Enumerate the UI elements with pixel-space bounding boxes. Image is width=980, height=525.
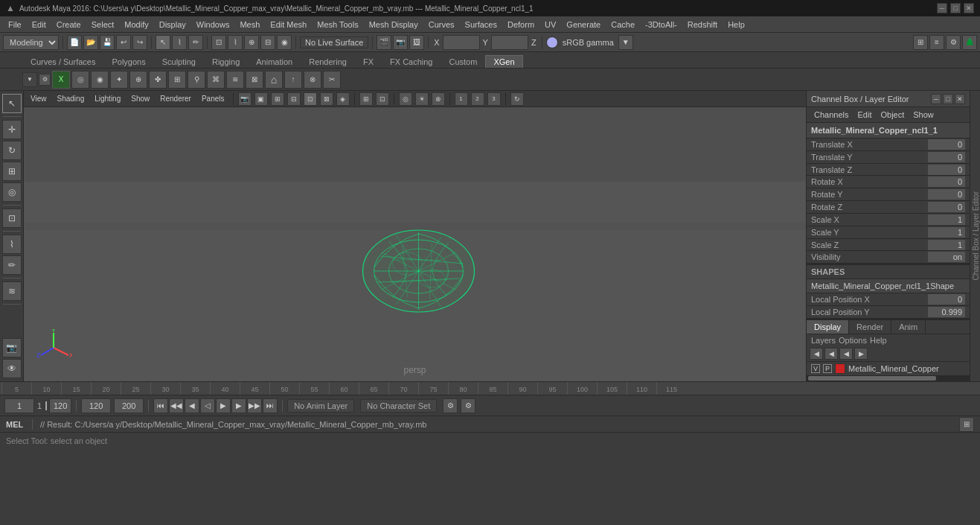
menu-uv[interactable]: UV	[539, 19, 561, 31]
shelf-icon-9[interactable]: ⌘	[207, 71, 225, 89]
workspace-select[interactable]: Modeling	[3, 35, 59, 50]
shelf-icon-7[interactable]: ⊞	[168, 71, 186, 89]
vp-xray[interactable]: ◈	[336, 92, 350, 106]
menu-surfaces[interactable]: Surfaces	[460, 19, 502, 31]
shelf-icon-2[interactable]: ◎	[71, 71, 89, 89]
minimize-button[interactable]: ─	[937, 3, 947, 13]
step-back-btn[interactable]: ◀◀	[169, 398, 184, 413]
ch-val-sz[interactable]: 1	[928, 240, 965, 250]
vp-quality-2[interactable]: 2	[471, 92, 484, 106]
menu-mesh-tools[interactable]: Mesh Tools	[312, 19, 363, 31]
shelf-icon-6[interactable]: ✤	[149, 71, 167, 89]
menu-edit[interactable]: Edit	[27, 19, 51, 31]
lasso-select[interactable]: ⌇	[2, 235, 22, 254]
ch-val-lpx[interactable]: 0	[928, 294, 965, 305]
shelf-icon-14[interactable]: ⊗	[304, 71, 321, 89]
channel-rotate-z[interactable]: Rotate Z 0	[807, 201, 970, 214]
panel-minimize[interactable]: ─	[931, 94, 941, 104]
shelf-icon-8[interactable]: ⚲	[188, 71, 205, 89]
menu-select[interactable]: Select	[86, 19, 120, 31]
playback-end-field[interactable]	[114, 398, 144, 413]
shelf-icon-3[interactable]: ◉	[91, 71, 109, 89]
select-icon[interactable]: ↖	[156, 35, 170, 50]
display-render-icon[interactable]: 🖼	[409, 35, 424, 50]
channel-scale-y[interactable]: Scale Y 1	[807, 226, 970, 239]
tab-xgen[interactable]: XGen	[485, 55, 522, 68]
copy-status-btn[interactable]: ⊞	[959, 417, 974, 432]
close-button[interactable]: ✕	[964, 3, 974, 13]
channel-scale-z[interactable]: Scale Z 1	[807, 239, 970, 252]
paint-select-icon[interactable]: ✏	[188, 35, 203, 50]
y-field[interactable]	[491, 35, 528, 50]
open-file-icon[interactable]: 📂	[83, 35, 98, 50]
shelf-icon-12[interactable]: ⌂	[265, 71, 283, 89]
layer-new-btn[interactable]: ◀	[810, 348, 823, 360]
shelf-icon-15[interactable]: ✂	[323, 71, 341, 89]
render-icon[interactable]: 🎬	[377, 35, 391, 50]
menu-deform[interactable]: Deform	[502, 19, 539, 31]
channel-translate-x[interactable]: Translate X 0	[807, 139, 970, 151]
menu-windows[interactable]: Windows	[191, 19, 235, 31]
make-live-icon[interactable]: ◉	[277, 35, 292, 50]
menu-mesh-display[interactable]: Mesh Display	[364, 19, 423, 31]
camera-tool[interactable]: 📷	[2, 338, 22, 357]
new-file-icon[interactable]: 📄	[67, 35, 82, 50]
menu-curves[interactable]: Curves	[423, 19, 460, 31]
tab-display[interactable]: Display	[807, 320, 849, 334]
show-manipulator[interactable]: ⊡	[2, 209, 22, 228]
channel-scale-x[interactable]: Scale X 1	[807, 214, 970, 226]
shelf-toggle-btn[interactable]: ▼	[22, 72, 37, 87]
menu-create[interactable]: Create	[51, 19, 86, 31]
cb-menu-show[interactable]: Show	[910, 109, 937, 120]
panel-float[interactable]: □	[943, 94, 953, 104]
tab-polygons[interactable]: Polygons	[103, 55, 153, 68]
ch-val-tx[interactable]: 0	[928, 139, 965, 150]
gamma-dropdown-icon[interactable]: ▼	[618, 35, 633, 50]
vp-isolate-icon[interactable]: ◎	[399, 92, 412, 106]
lasso-icon[interactable]: ⌇	[172, 35, 187, 50]
channel-local-pos-x[interactable]: Local Position X 0	[807, 293, 970, 306]
tab-anim[interactable]: Anim	[891, 320, 926, 334]
paint-select[interactable]: ✏	[2, 255, 22, 275]
layer-btn3[interactable]: ◀	[839, 348, 853, 360]
vp-camera-icon[interactable]: 📷	[238, 92, 252, 106]
attr-strip-label[interactable]: Channel Box / Layer Editor	[972, 188, 980, 284]
viewport[interactable]: View Shading Lighting Show Renderer Pane…	[24, 91, 806, 381]
vp-menu-view[interactable]: View	[27, 94, 51, 104]
shelf-icon-13[interactable]: ↑	[284, 71, 302, 89]
universal-tool[interactable]: ◎	[2, 182, 22, 202]
vp-menu-renderer[interactable]: Renderer	[156, 94, 195, 104]
cb-menu-channels[interactable]: Channels	[811, 109, 851, 120]
ch-val-lpy[interactable]: 0.999	[928, 307, 965, 317]
ch-val-vis[interactable]: on	[928, 252, 965, 262]
layer-scrollbar[interactable]	[807, 375, 970, 381]
vp-icon3[interactable]: ⊞	[271, 92, 284, 106]
shelf-icon-11[interactable]: ⊠	[246, 71, 263, 89]
go-to-end-btn[interactable]: ⏭	[263, 398, 278, 413]
menu-mesh[interactable]: Mesh	[234, 19, 265, 31]
channel-box-icon[interactable]: ⊞	[913, 35, 928, 50]
current-frame-field[interactable]	[4, 398, 34, 413]
menu-edit-mesh[interactable]: Edit Mesh	[265, 19, 312, 31]
layer-btn2[interactable]: ◀	[824, 348, 838, 360]
shelf-icon-10[interactable]: ≋	[226, 71, 244, 89]
scrollbar-thumb[interactable]	[808, 376, 936, 381]
anim-layer-btn[interactable]: ⚙	[443, 398, 458, 413]
x-field[interactable]	[443, 35, 480, 50]
ch-val-tz[interactable]: 0	[928, 165, 965, 175]
play-fwd-btn[interactable]: ▶	[216, 398, 231, 413]
settings-icon[interactable]: ⚙	[39, 74, 51, 86]
ch-val-rz[interactable]: 0	[928, 202, 965, 212]
redo-icon[interactable]: ↪	[132, 35, 147, 50]
go-to-start-btn[interactable]: ⏮	[153, 398, 168, 413]
menu-help[interactable]: Help	[723, 19, 750, 31]
shelf-icon-5[interactable]: ⊕	[129, 71, 147, 89]
vp-wireframe[interactable]: ⊠	[320, 92, 333, 106]
vp-quality-1[interactable]: 1	[455, 92, 468, 106]
snap-surface-icon[interactable]: ⊟	[260, 35, 275, 50]
move-tool[interactable]: ✛	[2, 120, 22, 139]
soft-sel[interactable]: ≋	[2, 281, 22, 301]
vp-light-icon[interactable]: ☀	[415, 92, 429, 106]
tab-custom[interactable]: Custom	[441, 55, 486, 68]
step-fwd-btn[interactable]: ▶▶	[247, 398, 262, 413]
